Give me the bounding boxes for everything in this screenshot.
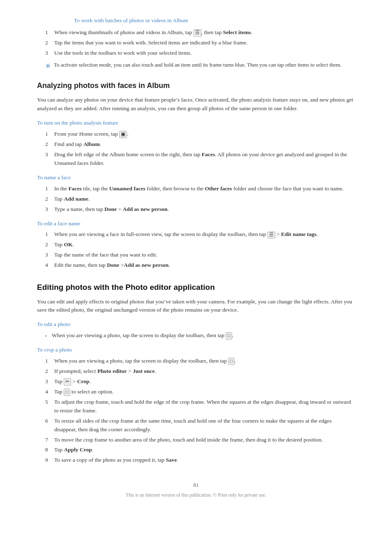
edit-photo-bullet: • When you are viewing a photo, tap the … xyxy=(37,331,355,340)
analyzing-body: You can analyze any photos on your devic… xyxy=(37,96,355,113)
menu-icon: ☰ xyxy=(194,29,201,37)
list-item: 6 To resize all sides of the crop frame … xyxy=(37,417,355,434)
list-item: 5 To adjust the crop frame, touch and ho… xyxy=(37,398,355,415)
list-item: 1 From your Home screen, tap ▣. xyxy=(37,130,355,139)
editing-body: You can edit and apply effects to origin… xyxy=(37,298,355,315)
crop-icon: ✂ xyxy=(64,378,71,386)
tip-icon: ✳ xyxy=(45,61,51,72)
list-item: 2 Tap the items that you want to work wi… xyxy=(37,39,355,47)
analyzing-section: Analyzing photos with faces in Album You… xyxy=(37,80,355,270)
edit-photo-link: To edit a photo xyxy=(37,320,355,329)
list-item: 2 Tap OK. xyxy=(37,240,355,249)
edit-icon-2: □ xyxy=(228,358,234,365)
album-batch-link: To work with batches of photos or videos… xyxy=(37,16,355,25)
list-item: 1 When you are viewing a face in full-sc… xyxy=(37,230,355,239)
analyzing-heading: Analyzing photos with faces in Album xyxy=(37,80,355,92)
list-item: 1 When you are viewing a photo, tap the … xyxy=(37,357,355,365)
list-item: 2 Tap Add name. xyxy=(37,195,355,204)
list-item: 3 Tap ✂ > Crop. xyxy=(37,377,355,386)
list-item: 3 Drag the left edge of the Album home s… xyxy=(37,150,355,168)
edit-icon: □ xyxy=(226,332,232,340)
page-number: 81 xyxy=(37,481,355,489)
list-item: 4 Tap □ to select an option. xyxy=(37,388,355,396)
tip-text: To activate selection mode, you can also… xyxy=(54,61,341,69)
list-item: 7 To move the crop frame to another area… xyxy=(37,436,355,444)
edit-face-name-link: To edit a face name xyxy=(37,220,355,228)
crop-photo-link: To crop a photo xyxy=(37,346,355,354)
bullet-dot: • xyxy=(45,331,52,340)
name-face-link: To name a face xyxy=(37,173,355,182)
editing-section: Editing photos with the Photo editor app… xyxy=(37,281,355,465)
name-face-steps: 1 In the Faces tile, tap the Unnamed fac… xyxy=(37,185,355,214)
list-item: 1 In the Faces tile, tap the Unnamed fac… xyxy=(37,185,355,193)
tip-box: ✳ To activate selection mode, you can al… xyxy=(45,61,355,72)
turn-on-steps: 1 From your Home screen, tap ▣. 2 Find a… xyxy=(37,130,355,168)
edit-face-name-steps: 1 When you are viewing a face in full-sc… xyxy=(37,230,355,270)
list-item: 3 Use the tools in the toolbars to work … xyxy=(37,49,355,58)
page: To work with batches of photos or videos… xyxy=(0,0,392,555)
list-item: 8 Tap Apply Crop. xyxy=(37,446,355,454)
album-batch-steps: 1 When viewing thumbnails of photos and … xyxy=(37,28,355,58)
turn-on-link: To turn on the photo analysis feature xyxy=(37,119,355,127)
list-item: 3 Type a name, then tap Done > Add as ne… xyxy=(37,205,355,214)
list-item: 2 If prompted, select Photo editor > Jus… xyxy=(37,367,355,376)
list-item: 2 Find and tap Album. xyxy=(37,140,355,149)
menu-icon-2: ☰ xyxy=(267,231,275,239)
list-item: 1 When viewing thumbnails of photos and … xyxy=(37,28,355,37)
footer-note: This is an Internet version of this publ… xyxy=(37,492,355,499)
list-item: 9 To save a copy of the photo as you cro… xyxy=(37,456,355,465)
select-icon: □ xyxy=(64,388,70,396)
editing-heading: Editing photos with the Photo editor app… xyxy=(37,281,355,293)
crop-photo-steps: 1 When you are viewing a photo, tap the … xyxy=(37,357,355,465)
apps-icon: ▣ xyxy=(119,131,127,138)
list-item: 4 Edit the name, then tap Done >Add as n… xyxy=(37,261,355,270)
list-item: 3 Tap the name of the face that you want… xyxy=(37,251,355,259)
